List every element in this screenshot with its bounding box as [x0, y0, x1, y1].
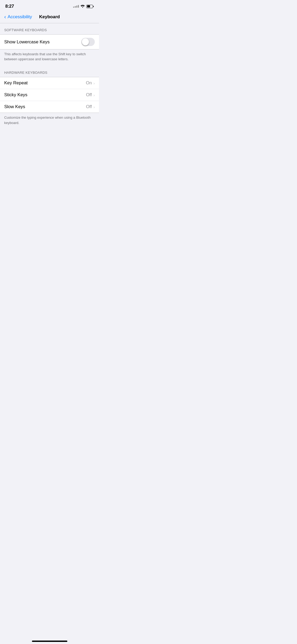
- slow-keys-value-text: Off: [86, 104, 92, 109]
- hardware-keyboards-footer: Customize the typing experience when usi…: [0, 113, 99, 129]
- toggle-thumb: [82, 38, 89, 45]
- software-keyboards-header: SOFTWARE KEYBOARDS: [0, 23, 99, 34]
- signal-icon: [73, 5, 79, 8]
- status-bar: 8:27: [0, 0, 99, 12]
- battery-icon: [86, 5, 94, 8]
- sticky-keys-value-text: Off: [86, 92, 92, 98]
- hardware-keyboards-header: HARDWARE KEYBOARDS: [0, 66, 99, 77]
- status-time: 8:27: [5, 4, 14, 9]
- show-lowercase-keys-row[interactable]: Show Lowercase Keys: [0, 35, 99, 49]
- software-keyboards-group: Show Lowercase Keys: [0, 34, 99, 49]
- bottom-area: [0, 130, 99, 235]
- hardware-keyboards-label: HARDWARE KEYBOARDS: [4, 71, 47, 75]
- back-label: Accessibility: [8, 14, 32, 20]
- page-title: Keyboard: [36, 14, 63, 20]
- wifi-icon: [81, 4, 85, 9]
- content: SOFTWARE KEYBOARDS Show Lowercase Keys T…: [0, 23, 99, 235]
- slow-keys-chevron-icon: ›: [93, 105, 95, 109]
- sticky-keys-row[interactable]: Sticky Keys Off ›: [0, 89, 99, 101]
- key-repeat-value: On ›: [86, 80, 95, 86]
- slow-keys-label: Slow Keys: [4, 104, 25, 109]
- status-icons: [73, 4, 94, 9]
- key-repeat-chevron-icon: ›: [93, 81, 95, 85]
- sticky-keys-label: Sticky Keys: [4, 92, 27, 98]
- nav-header: ‹ Accessibility Keyboard: [0, 12, 99, 23]
- software-keyboards-label: SOFTWARE KEYBOARDS: [4, 28, 47, 32]
- hardware-keyboards-group: Key Repeat On › Sticky Keys Off › Slow K…: [0, 77, 99, 113]
- key-repeat-value-text: On: [86, 80, 92, 86]
- sticky-keys-chevron-icon: ›: [93, 93, 95, 97]
- key-repeat-row[interactable]: Key Repeat On ›: [0, 77, 99, 89]
- slow-keys-value: Off ›: [86, 104, 95, 109]
- software-keyboards-footer-text: This affects keyboards that use the Shif…: [4, 52, 86, 61]
- show-lowercase-keys-toggle[interactable]: [81, 38, 95, 46]
- key-repeat-label: Key Repeat: [4, 80, 28, 86]
- slow-keys-row[interactable]: Slow Keys Off ›: [0, 101, 99, 113]
- show-lowercase-keys-label: Show Lowercase Keys: [4, 39, 50, 45]
- back-button[interactable]: ‹ Accessibility: [4, 14, 36, 20]
- back-chevron-icon: ‹: [4, 14, 6, 20]
- hardware-keyboards-footer-text: Customize the typing experience when usi…: [4, 116, 91, 125]
- sticky-keys-value: Off ›: [86, 92, 95, 98]
- software-keyboards-footer: This affects keyboards that use the Shif…: [0, 49, 99, 66]
